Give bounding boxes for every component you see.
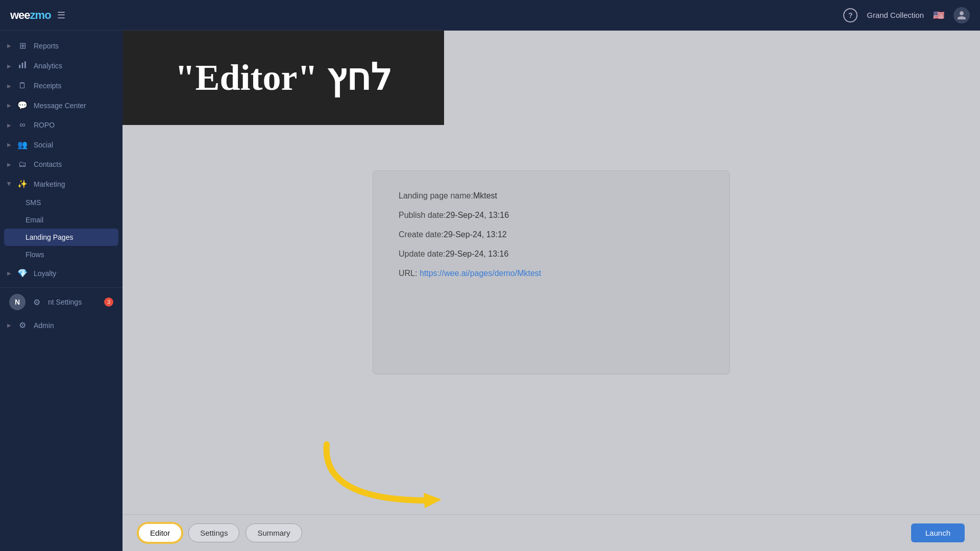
- notification-badge: 3: [104, 297, 113, 307]
- sidebar-item-loyalty[interactable]: ▶ 💎 Loyalty: [0, 263, 122, 283]
- sidebar-bottom-user[interactable]: N ⚙ nt Settings 3: [0, 287, 122, 315]
- email-label: Email: [26, 216, 43, 224]
- flows-label: Flows: [26, 251, 44, 259]
- sidebar-label-marketing: Marketing: [34, 180, 65, 188]
- flag-icon: 🇺🇸: [933, 10, 944, 21]
- receipts-icon: 🗒: [17, 81, 28, 90]
- publish-date-value: 29-Sep-24, 13:16: [446, 211, 509, 219]
- annotation-overlay: "Editor" לחץ: [122, 31, 444, 125]
- sidebar-item-analytics[interactable]: ▶ Analytics: [0, 56, 122, 76]
- landing-page-name-value: Mktest: [473, 191, 497, 200]
- sidebar-label-settings: nt Settings: [48, 298, 82, 306]
- tab-summary-button[interactable]: Summary: [246, 523, 302, 542]
- contacts-icon: 🗂: [17, 160, 28, 169]
- analytics-icon: [17, 61, 28, 71]
- settings-icon-bottom: ⚙: [32, 297, 42, 307]
- create-date-value: 29-Sep-24, 13:12: [444, 230, 507, 239]
- message-center-icon: 💬: [17, 101, 28, 110]
- sidebar-label-reports: Reports: [34, 42, 59, 50]
- tab-settings-button[interactable]: Settings: [188, 523, 239, 542]
- sidebar-label-loyalty: Loyalty: [34, 269, 56, 278]
- help-icon[interactable]: ?: [843, 8, 857, 22]
- launch-button[interactable]: Launch: [911, 523, 965, 542]
- social-icon: 👥: [17, 140, 28, 149]
- ropo-icon: ∞: [17, 120, 28, 130]
- svg-rect-2: [24, 61, 26, 68]
- landing-pages-label: Landing Pages: [26, 233, 73, 241]
- collection-name: Grand Collection: [867, 11, 924, 19]
- landing-page-name-label: Landing page name:: [399, 191, 473, 200]
- sidebar-sub-landing-pages[interactable]: Landing Pages: [4, 229, 118, 246]
- sidebar-item-contacts[interactable]: ▶ 🗂 Contacts: [0, 155, 122, 174]
- sidebar-label-social: Social: [34, 141, 53, 149]
- sidebar-item-social[interactable]: ▶ 👥 Social: [0, 135, 122, 155]
- sidebar-sub-flows[interactable]: Flows: [0, 246, 122, 263]
- main-content: "Editor" לחץ Landing page name:Mktest Pu…: [122, 31, 980, 551]
- update-date-label: Update date:: [399, 249, 446, 258]
- expand-arrow-message: ▶: [7, 103, 11, 108]
- sidebar-label-ropo: ROPO: [34, 121, 55, 129]
- landing-page-name-row: Landing page name:Mktest: [399, 191, 704, 201]
- expand-arrow-social: ▶: [7, 142, 11, 147]
- publish-date-row: Publish date:29-Sep-24, 13:16: [399, 211, 704, 220]
- sidebar-sub-sms[interactable]: SMS: [0, 194, 122, 211]
- marketing-icon: ✨: [17, 179, 28, 189]
- sidebar-label-message-center: Message Center: [34, 102, 86, 110]
- expand-arrow-ropo: ▶: [7, 122, 11, 128]
- url-link[interactable]: https://wee.ai/pages/demo/Mktest: [420, 269, 541, 278]
- svg-rect-1: [22, 63, 23, 68]
- logo[interactable]: weezmo: [10, 9, 51, 22]
- sidebar-item-admin[interactable]: ▶ ⚙ Admin: [0, 315, 122, 335]
- annotation-text: "Editor" לחץ: [175, 58, 392, 98]
- svg-rect-0: [19, 65, 20, 68]
- sidebar: ▶ ⊞ Reports ▶ Analytics ▶ 🗒 Receipts ▶ 💬…: [0, 31, 122, 551]
- expand-arrow-loyalty: ▶: [7, 270, 11, 276]
- reports-icon: ⊞: [17, 41, 28, 51]
- info-card: Landing page name:Mktest Publish date:29…: [373, 170, 730, 374]
- expand-arrow-receipts: ▶: [7, 83, 11, 89]
- sidebar-item-marketing[interactable]: ▶ ✨ Marketing: [0, 174, 122, 194]
- sidebar-item-reports[interactable]: ▶ ⊞ Reports: [0, 36, 122, 56]
- url-row: URL: https://wee.ai/pages/demo/Mktest: [399, 269, 704, 278]
- url-label: URL:: [399, 269, 417, 278]
- bottom-toolbar: Editor Settings Summary Launch: [122, 514, 980, 551]
- topbar: weezmo ☰ ? Grand Collection 🇺🇸: [0, 0, 980, 31]
- expand-arrow-analytics: ▶: [7, 63, 11, 69]
- sidebar-label-contacts: Contacts: [34, 160, 62, 168]
- sidebar-sub-email[interactable]: Email: [0, 211, 122, 229]
- admin-icon: ⚙: [17, 320, 28, 330]
- publish-date-label: Publish date:: [399, 211, 446, 219]
- loyalty-icon: 💎: [17, 268, 28, 278]
- sidebar-item-receipts[interactable]: ▶ 🗒 Receipts: [0, 76, 122, 95]
- topbar-right: ? Grand Collection 🇺🇸: [843, 7, 970, 23]
- topbar-left: weezmo ☰: [10, 9, 65, 22]
- update-date-value: 29-Sep-24, 13:16: [446, 249, 509, 258]
- expand-arrow-admin: ▶: [7, 322, 11, 328]
- expand-arrow: ▶: [7, 43, 11, 48]
- sidebar-label-receipts: Receipts: [34, 82, 61, 90]
- sms-label: SMS: [26, 198, 41, 207]
- update-date-row: Update date:29-Sep-24, 13:16: [399, 249, 704, 259]
- layout: ▶ ⊞ Reports ▶ Analytics ▶ 🗒 Receipts ▶ 💬…: [0, 0, 980, 551]
- sidebar-label-analytics: Analytics: [34, 62, 62, 70]
- expand-arrow-marketing: ▶: [7, 182, 12, 186]
- user-avatar[interactable]: [953, 7, 970, 23]
- sidebar-item-message-center[interactable]: ▶ 💬 Message Center: [0, 95, 122, 115]
- hamburger-icon[interactable]: ☰: [57, 10, 65, 21]
- user-mini-avatar: N: [9, 294, 26, 310]
- sidebar-item-ropo[interactable]: ▶ ∞ ROPO: [0, 115, 122, 135]
- sidebar-label-admin: Admin: [34, 321, 54, 330]
- tab-editor-button[interactable]: Editor: [138, 523, 182, 543]
- expand-arrow-contacts: ▶: [7, 162, 11, 167]
- create-date-row: Create date:29-Sep-24, 13:12: [399, 230, 704, 239]
- create-date-label: Create date:: [399, 230, 444, 239]
